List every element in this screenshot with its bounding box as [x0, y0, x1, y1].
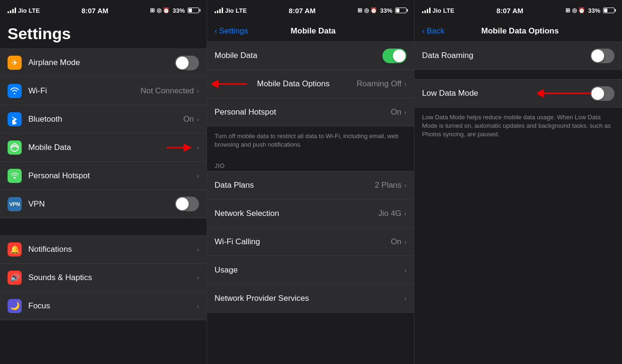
sounds-label: Sounds & Haptics — [28, 273, 197, 282]
cell-data-plans[interactable]: Data Plans 2 Plans › — [207, 171, 414, 199]
battery-right — [603, 8, 614, 13]
settings-row-airplane[interactable]: ✈ Airplane Mode — [0, 49, 207, 77]
data-plans-chevron: › — [404, 182, 406, 189]
signal-bars-right — [422, 8, 431, 13]
back-chevron-right: ‹ — [422, 26, 425, 36]
hotspot-label: Personal Hotspot — [28, 171, 197, 181]
icons-left: ⊞ ◎ ⏰ — [150, 7, 170, 14]
mobile-data-options-label: Mobile Data Options — [257, 79, 357, 89]
cell-data-roaming[interactable]: Data Roaming — [415, 41, 622, 70]
data-roaming-toggle[interactable] — [590, 49, 614, 63]
cell-network-selection[interactable]: Network Selection Jio 4G › — [207, 199, 414, 228]
signal-bar-2 — [10, 10, 11, 13]
settings-row-wifi[interactable]: Wi-Fi Not Connected › — [0, 77, 207, 105]
settings-list: ✈ Airplane Mode Wi-Fi Not Connected — [0, 49, 207, 364]
network-selection-label: Network Selection — [215, 209, 378, 218]
bluetooth-chevron: › — [197, 116, 199, 123]
vpn-icon: VPN — [8, 197, 22, 211]
svg-point-3 — [14, 177, 16, 179]
settings-group-2: 🔔 Notifications › 🔊 Sounds & Haptics › 🌙… — [0, 235, 207, 320]
cell-personal-hotspot[interactable]: Personal Hotspot On › — [207, 98, 414, 126]
mobile-data-label: Mobile Data — [28, 143, 197, 152]
status-left-right: Jio LTE — [422, 7, 454, 14]
settings-row-sounds[interactable]: 🔊 Sounds & Haptics › — [0, 264, 207, 292]
gap-right-1 — [415, 70, 622, 79]
middle-panel: Jio LTE 8:07 AM ⊞ ◎ ⏰ 33% ‹ Settings Mob… — [207, 0, 415, 364]
low-data-description: Low Data Mode helps reduce mobile data u… — [415, 108, 622, 145]
battery-percent-left: 33% — [173, 7, 185, 14]
hotspot-icon — [8, 169, 22, 183]
network-type-right: LTE — [443, 7, 455, 14]
cell-wifi-calling[interactable]: Wi-Fi Calling On › — [207, 228, 414, 256]
usage-chevron: › — [404, 266, 406, 274]
mobile-data-options-chevron: › — [404, 80, 406, 88]
cell-network-provider[interactable]: Network Provider Services › — [207, 284, 414, 313]
bluetooth-value: On — [183, 115, 194, 124]
carrier-left: Jio — [18, 7, 27, 14]
right-cell-group-2: Low Data Mode — [415, 79, 622, 108]
status-left: Jio LTE — [8, 7, 40, 14]
status-bar-right: Jio LTE 8:07 AM ⊞ ◎ ⏰ 33% — [415, 0, 622, 21]
right-cell-group: Data Roaming — [415, 41, 622, 70]
wifi-value: Not Connected — [141, 86, 194, 96]
bluetooth-label: Bluetooth — [28, 115, 183, 124]
cell-mobile-data[interactable]: Mobile Data — [207, 41, 414, 70]
airplane-label: Airplane Mode — [28, 58, 175, 67]
right-panel: Jio LTE 8:07 AM ⊞ ◎ ⏰ 33% ‹ Back Mobile … — [415, 0, 622, 364]
battery-left — [188, 8, 199, 13]
network-selection-chevron: › — [404, 210, 406, 217]
low-data-mode-toggle[interactable] — [590, 86, 614, 101]
nav-title-middle: Mobile Data — [220, 26, 406, 36]
mobile-data-description: Turn off mobile data to restrict all dat… — [207, 126, 414, 155]
wifi-chevron: › — [197, 87, 199, 95]
page-title-bar-left: Settings — [0, 21, 207, 49]
battery-middle — [395, 8, 406, 13]
signal-bar-3 — [12, 9, 14, 13]
airplane-toggle[interactable] — [175, 56, 199, 70]
mobile-data-group: Mobile Data Mobile Data Options — [207, 41, 414, 126]
cell-mobile-data-options[interactable]: Mobile Data Options Roaming Off › — [207, 70, 414, 98]
settings-row-focus[interactable]: 🌙 Focus › — [0, 292, 207, 320]
network-selection-value: Jio 4G — [378, 209, 401, 218]
usage-label: Usage — [215, 265, 404, 275]
settings-row-mobile-data[interactable]: Mobile Data › — [0, 133, 207, 162]
mobile-data-cell-toggle[interactable] — [382, 49, 406, 63]
notifications-chevron: › — [197, 246, 199, 253]
network-provider-chevron: › — [404, 295, 406, 302]
sounds-icon: 🔊 — [8, 271, 22, 285]
nav-title-right: Mobile Data Options — [425, 26, 614, 36]
vpn-label: VPN — [28, 199, 175, 209]
cell-low-data-mode[interactable]: Low Data Mode — [415, 79, 622, 108]
status-left-middle: Jio LTE — [215, 7, 247, 14]
battery-pct-right: 33% — [588, 7, 600, 14]
settings-row-notifications[interactable]: 🔔 Notifications › — [0, 235, 207, 264]
data-plans-value: 2 Plans — [375, 181, 402, 190]
settings-row-bluetooth[interactable]: Bluetooth On › — [0, 105, 207, 133]
mobile-data-options-value: Roaming Off — [357, 79, 401, 89]
bluetooth-icon — [8, 112, 22, 126]
signal-bar-1 — [8, 11, 9, 13]
nav-bar-right: ‹ Back Mobile Data Options — [415, 21, 622, 41]
settings-row-hotspot[interactable]: Personal Hotspot › — [0, 162, 207, 190]
personal-hotspot-cell-label: Personal Hotspot — [215, 108, 391, 117]
settings-group-1: ✈ Airplane Mode Wi-Fi Not Connected — [0, 49, 207, 218]
settings-row-vpn[interactable]: VPN VPN — [0, 190, 207, 218]
notifications-label: Notifications — [28, 245, 197, 254]
network-type-left: LTE — [29, 7, 40, 14]
back-chevron-middle: ‹ — [215, 26, 217, 36]
status-bar-middle: Jio LTE 8:07 AM ⊞ ◎ ⏰ 33% — [207, 0, 414, 21]
low-data-desc-text: Low Data Mode helps reduce mobile data u… — [422, 114, 611, 138]
wifi-calling-label: Wi-Fi Calling — [215, 237, 391, 247]
icons-middle: ⊞ ◎ ⏰ — [357, 7, 377, 14]
page-title-left: Settings — [8, 25, 71, 42]
sounds-chevron: › — [197, 274, 199, 281]
status-right-right: ⊞ ◎ ⏰ 33% — [565, 7, 614, 14]
cell-usage[interactable]: Usage › — [207, 256, 414, 284]
wifi-icon — [8, 84, 22, 98]
jio-section-header: JIO — [207, 155, 414, 171]
notifications-icon: 🔔 — [8, 242, 22, 256]
vpn-toggle[interactable] — [175, 197, 199, 211]
focus-icon: 🌙 — [8, 299, 22, 313]
status-bar-left: Jio LTE 8:07 AM ⊞ ◎ ⏰ 33% — [0, 0, 207, 21]
wifi-calling-value: On — [391, 237, 402, 247]
